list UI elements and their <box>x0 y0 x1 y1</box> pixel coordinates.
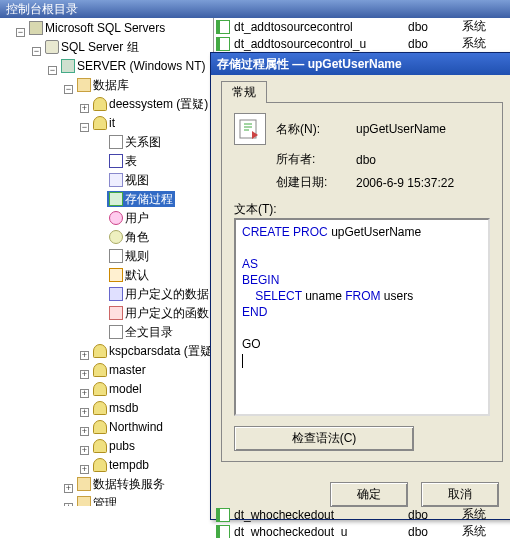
tree-db[interactable]: Northwind <box>91 419 165 435</box>
cell-type: 系统 <box>462 35 510 52</box>
tree-rules[interactable]: 规则 <box>107 248 151 264</box>
tree-label: tempdb <box>109 457 149 473</box>
tree-diagrams[interactable]: 关系图 <box>107 134 163 150</box>
list-row[interactable]: dt_addtosourcecontrol_u dbo 系统 <box>214 35 510 52</box>
expander-icon[interactable]: + <box>80 370 89 379</box>
expander-icon[interactable]: + <box>80 389 89 398</box>
default-icon <box>109 268 123 282</box>
tree-sprocs[interactable]: 存储过程 <box>107 191 175 207</box>
expander-icon[interactable]: − <box>16 28 25 37</box>
tree-server[interactable]: SERVER (Windows NT) <box>59 58 207 74</box>
sql-textbox[interactable]: CREATE PROC upGetUserName AS BEGIN SELEC… <box>234 218 490 416</box>
role-icon <box>109 230 123 244</box>
expander-icon[interactable]: + <box>80 408 89 417</box>
tree-group[interactable]: SQL Server 组 <box>43 39 141 55</box>
tree-label: 数据库 <box>93 77 129 93</box>
database-icon <box>93 458 107 472</box>
database-icon <box>93 116 107 130</box>
view-icon <box>109 173 123 187</box>
table-icon <box>109 154 123 168</box>
tree-dts[interactable]: 数据转换服务 <box>75 476 167 492</box>
list-bottom: dt_whocheckedout dbo 系统 dt_whocheckedout… <box>214 506 510 538</box>
name-label: 名称(N): <box>276 121 356 138</box>
expander-icon[interactable]: + <box>80 446 89 455</box>
expander-icon[interactable]: + <box>80 427 89 436</box>
tree-db-it[interactable]: it <box>91 115 117 131</box>
cell-name: dt_whocheckedout_u <box>234 525 404 539</box>
expander-icon[interactable]: + <box>80 351 89 360</box>
cell-owner: dbo <box>408 525 458 539</box>
expander-icon[interactable]: − <box>64 85 73 94</box>
folder-icon <box>77 78 91 92</box>
tree-label: kspcbarsdata (置疑) <box>109 343 214 359</box>
sproc-icon <box>216 508 230 522</box>
database-icon <box>93 97 107 111</box>
tree-label: 存储过程 <box>125 191 173 207</box>
tree-label: 关系图 <box>125 134 161 150</box>
tree-fulltext[interactable]: 全文目录 <box>107 324 175 340</box>
tree-databases[interactable]: 数据库 <box>75 77 131 93</box>
tree-roles[interactable]: 角色 <box>107 229 151 245</box>
list-row[interactable]: dt_addtosourcecontrol dbo 系统 <box>214 18 510 35</box>
tree-views[interactable]: 视图 <box>107 172 151 188</box>
tree-db[interactable]: master <box>91 362 148 378</box>
tree-label: 管理 <box>93 495 117 506</box>
database-icon <box>93 439 107 453</box>
tree-label: msdb <box>109 400 138 416</box>
tree-defaults[interactable]: 默认 <box>107 267 151 283</box>
list-row[interactable]: dt_whocheckedout dbo 系统 <box>214 506 510 523</box>
cell-type: 系统 <box>462 523 510 538</box>
cell-owner: dbo <box>408 37 458 51</box>
expander-icon[interactable]: + <box>64 484 73 493</box>
udt-icon <box>109 287 123 301</box>
expander-icon[interactable]: + <box>80 104 89 113</box>
tree-db[interactable]: msdb <box>91 400 140 416</box>
expander-icon[interactable]: − <box>32 47 41 56</box>
expander-icon[interactable]: + <box>64 503 73 506</box>
cell-name: dt_whocheckedout <box>234 508 404 522</box>
expander-icon[interactable]: − <box>48 66 57 75</box>
tree-udt[interactable]: 用户定义的数据 <box>107 286 211 302</box>
sproc-icon <box>216 20 230 34</box>
tree-label: SERVER (Windows NT) <box>77 58 205 74</box>
database-icon <box>93 344 107 358</box>
tree-db[interactable]: deessystem (置疑) <box>91 96 210 112</box>
cell-name: dt_addtosourcecontrol_u <box>234 37 404 51</box>
fulltext-icon <box>109 325 123 339</box>
name-value: upGetUserName <box>356 122 490 136</box>
cell-type: 系统 <box>462 18 510 35</box>
database-icon <box>93 401 107 415</box>
expander-icon[interactable]: + <box>80 465 89 474</box>
window-titlebar: 控制台根目录 <box>0 0 510 18</box>
ok-button[interactable]: 确定 <box>330 482 408 507</box>
check-syntax-button[interactable]: 检查语法(C) <box>234 426 414 451</box>
tree-pane: −Microsoft SQL Servers −SQL Server 组 −SE… <box>0 18 214 506</box>
tree-db[interactable]: model <box>91 381 144 397</box>
tree-db[interactable]: pubs <box>91 438 137 454</box>
udf-icon <box>109 306 123 320</box>
tree-label: it <box>109 115 115 131</box>
machine-icon <box>61 59 75 73</box>
cancel-button[interactable]: 取消 <box>421 482 499 507</box>
dialog-title[interactable]: 存储过程属性 — upGetUserName <box>211 53 510 75</box>
cell-owner: dbo <box>408 20 458 34</box>
tree-tables[interactable]: 表 <box>107 153 139 169</box>
database-icon <box>93 420 107 434</box>
tree-label: 用户 <box>125 210 149 226</box>
tab-general[interactable]: 常规 <box>221 81 267 103</box>
text-cursor <box>242 354 243 368</box>
tree-label: 用户定义的数据 <box>125 286 209 302</box>
tree-root[interactable]: Microsoft SQL Servers <box>27 20 167 36</box>
tree-db[interactable]: kspcbarsdata (置疑) <box>91 343 214 359</box>
list-row[interactable]: dt_whocheckedout_u dbo 系统 <box>214 523 510 538</box>
sproc-icon <box>216 525 230 539</box>
tree-users[interactable]: 用户 <box>107 210 151 226</box>
tree-label: deessystem (置疑) <box>109 96 208 112</box>
tree-db[interactable]: tempdb <box>91 457 151 473</box>
tree-management[interactable]: 管理 <box>75 495 119 506</box>
tree-label: 用户定义的函数 <box>125 305 209 321</box>
tree-udf[interactable]: 用户定义的函数 <box>107 305 211 321</box>
list-pane: dt_addtosourcecontrol dbo 系统 dt_addtosou… <box>214 18 510 506</box>
expander-icon[interactable]: − <box>80 123 89 132</box>
database-icon <box>93 382 107 396</box>
